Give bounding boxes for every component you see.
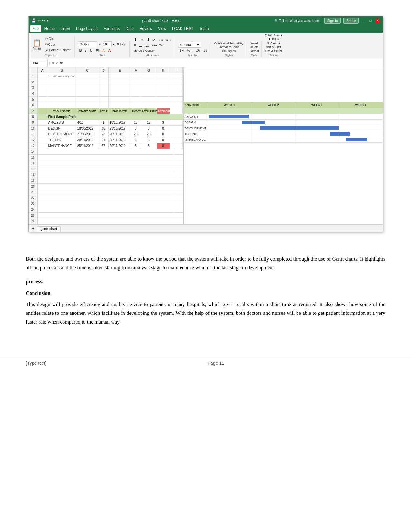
font-size-input[interactable] — [103, 41, 112, 47]
cell-reference-box[interactable] — [30, 60, 48, 66]
row-23[interactable]: 23 — [29, 201, 37, 207]
menu-team[interactable]: Team — [197, 25, 211, 32]
row-4[interactable]: 4 — [29, 91, 37, 97]
row-3[interactable]: 3 — [29, 85, 37, 91]
italic-button[interactable]: I — [84, 48, 88, 53]
insert-function-icon[interactable]: fx — [60, 61, 63, 65]
increase-decimal-button[interactable]: .0↑ — [195, 48, 201, 53]
font-grow-button[interactable]: A↑ — [116, 42, 121, 46]
redo-icon[interactable]: ↪ — [42, 18, 45, 23]
sort-filter-button[interactable]: Sort & Filter — [266, 45, 281, 49]
font-shrink-button[interactable]: A↓ — [122, 42, 127, 46]
clear-button[interactable]: 🗑 Clear ▼ — [267, 42, 281, 45]
col-c[interactable]: C — [76, 67, 99, 73]
fill-button[interactable]: ⬇ Fill ▼ — [269, 38, 279, 41]
menu-review[interactable]: Review — [137, 25, 155, 32]
underline-button[interactable]: U — [89, 48, 94, 53]
row-15[interactable]: 15 — [29, 155, 37, 160]
indent-decrease-button[interactable]: ←≡ — [157, 38, 164, 42]
row-2[interactable]: 2 — [29, 79, 37, 85]
find-select-button[interactable]: Find & Select — [265, 49, 282, 53]
merge-center-button[interactable]: Merge & Center — [133, 49, 155, 53]
align-bottom-button[interactable]: ⬇ — [146, 37, 151, 42]
cell-styles-button[interactable]: Cell Styles — [222, 49, 236, 53]
col-h[interactable]: H — [157, 67, 170, 73]
font-name-input[interactable] — [78, 41, 97, 47]
col-b[interactable]: B — [47, 67, 76, 73]
row-18[interactable]: 18 — [29, 172, 37, 178]
customize-icon[interactable]: ▼ — [46, 19, 49, 22]
row-10[interactable]: 10 — [29, 126, 37, 131]
align-middle-button[interactable]: ↔ — [139, 37, 145, 42]
row-13[interactable]: 13 — [29, 143, 37, 149]
border-button[interactable]: ⊞ — [95, 48, 100, 53]
row-6[interactable]: 6 — [29, 102, 37, 108]
close-button[interactable]: ✕ — [376, 18, 380, 23]
row-17[interactable]: 17 — [29, 166, 37, 172]
align-right-button[interactable]: ☷ — [144, 43, 150, 48]
add-sheet-button[interactable]: + — [30, 225, 36, 232]
maximize-button[interactable]: □ — [368, 18, 373, 23]
row-26[interactable]: 26 — [29, 218, 37, 224]
cut-button[interactable]: ✂ Cut — [44, 36, 72, 41]
format-button[interactable]: Format — [250, 49, 259, 53]
row-21[interactable]: 21 — [29, 189, 37, 195]
delete-button[interactable]: Delete — [250, 45, 258, 49]
signin-button[interactable]: Sign in — [324, 18, 341, 24]
comma-button[interactable]: , — [191, 48, 194, 53]
font-size-increase-icon[interactable]: ▲ — [113, 43, 116, 46]
copy-button[interactable]: ⧉ Copy — [44, 42, 72, 47]
decrease-decimal-button[interactable]: .0↓ — [202, 48, 208, 53]
col-a[interactable]: A — [38, 67, 47, 73]
conditional-formatting-button[interactable]: Conditional Formatting — [214, 42, 244, 45]
col-d[interactable]: D — [99, 67, 109, 73]
menu-home[interactable]: Home — [42, 25, 57, 32]
format-as-table-button[interactable]: Format as Table — [219, 45, 239, 49]
percent-button[interactable]: % — [186, 48, 191, 53]
row-5[interactable]: 5 — [29, 97, 37, 102]
format-painter-button[interactable]: 🖌 Format Painter — [44, 48, 72, 53]
paste-button[interactable]: 📋 Paste — [31, 38, 43, 52]
row-19[interactable]: 19 — [29, 178, 37, 184]
number-format-selector[interactable]: General ▼ — [179, 42, 201, 48]
row-24[interactable]: 24 — [29, 207, 37, 213]
fill-color-button[interactable]: A — [101, 48, 106, 53]
row-7[interactable]: 7 — [29, 108, 37, 114]
row-1[interactable]: 1 — [29, 73, 37, 79]
row-14[interactable]: 14 — [29, 149, 37, 155]
col-g[interactable]: G — [141, 67, 157, 73]
menu-page-layout[interactable]: Page Layout — [73, 25, 100, 32]
row-11[interactable]: 11 — [29, 131, 37, 137]
search-tell-me[interactable]: 🔍 Tell me what you want to do... — [274, 19, 321, 23]
menu-formulas[interactable]: Formulas — [101, 25, 122, 32]
align-top-button[interactable]: ⬆ — [133, 37, 138, 42]
row-25[interactable]: 25 — [29, 213, 37, 218]
text-orient-button[interactable]: ↗ — [152, 38, 156, 42]
align-center-button[interactable]: ☰ — [138, 43, 143, 48]
bold-button[interactable]: B — [78, 48, 83, 53]
wrap-text-button[interactable]: Wrap Text — [151, 44, 165, 47]
sheet-tab-gantt[interactable]: gantt chart — [37, 226, 61, 232]
cancel-formula-icon[interactable]: ✕ — [51, 61, 54, 65]
col-f[interactable]: F — [131, 67, 141, 73]
col-i[interactable]: I — [170, 67, 183, 73]
indent-increase-button[interactable]: ≡→ — [165, 38, 172, 42]
font-color-button[interactable]: A — [107, 48, 112, 53]
row-20[interactable]: 20 — [29, 184, 37, 189]
col-e[interactable]: E — [109, 67, 131, 73]
row-12[interactable]: 12 — [29, 137, 37, 143]
row-8[interactable]: 8 — [29, 114, 37, 120]
share-button[interactable]: Share — [343, 18, 358, 24]
formula-input[interactable] — [64, 61, 381, 65]
row-22[interactable]: 22 — [29, 195, 37, 201]
minimize-button[interactable]: — — [361, 18, 366, 23]
confirm-formula-icon[interactable]: ✓ — [55, 61, 58, 65]
menu-insert[interactable]: Insert — [58, 25, 73, 32]
save-icon[interactable]: 💾 — [31, 18, 36, 23]
insert-button[interactable]: Insert — [250, 42, 258, 45]
font-size-decrease-icon[interactable]: ▼ — [98, 43, 102, 46]
row-16[interactable]: 16 — [29, 160, 37, 166]
menu-file[interactable]: File — [30, 25, 41, 32]
accounting-format-button[interactable]: $▼ — [179, 48, 185, 53]
autosum-button[interactable]: Σ AutoSum ▼ — [265, 34, 283, 37]
